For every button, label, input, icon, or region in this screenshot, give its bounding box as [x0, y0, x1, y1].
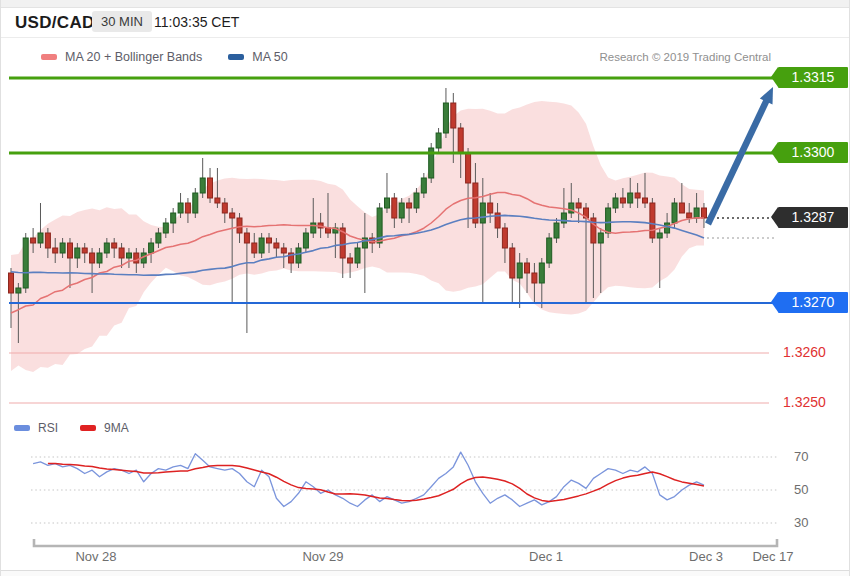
candle-down	[510, 248, 515, 278]
candle-up	[443, 103, 448, 133]
candle-up	[598, 233, 603, 243]
candle-down	[45, 233, 50, 248]
candle-up	[60, 243, 65, 253]
candle-up	[414, 193, 419, 208]
rsi-swatch-icon	[14, 425, 30, 431]
top-strip	[1, 0, 849, 8]
legend-label: MA 20 + Bollinger Bands	[65, 50, 202, 64]
candle-down	[348, 258, 353, 263]
candle-up	[399, 203, 404, 218]
candle-down	[82, 248, 87, 253]
candle-down	[112, 243, 117, 248]
candle-up	[436, 133, 441, 148]
candle-up	[554, 223, 559, 238]
x-axis-bar	[34, 539, 777, 546]
clock-time: 11:03:35 CET	[154, 14, 239, 30]
legend-item-ma20-bollinger: MA 20 + Bollinger Bands	[41, 50, 202, 64]
candle-down	[274, 243, 279, 248]
trading-central-chart-card: USD/CAD 30 MIN 11:03:35 CET MA 20 + Boll…	[0, 0, 850, 576]
candle-down	[407, 203, 412, 208]
candle-up	[259, 238, 264, 253]
candle-down	[458, 128, 463, 153]
candle-up	[296, 248, 301, 263]
candle-down	[119, 248, 124, 258]
ma50-swatch-icon	[228, 54, 244, 60]
candle-down	[208, 178, 213, 198]
candle-up	[149, 243, 154, 253]
candle-down	[53, 248, 58, 253]
candle-down	[9, 273, 14, 293]
rsi-9ma-swatch-icon	[80, 425, 96, 431]
candle-up	[193, 193, 198, 213]
timeframe-badge[interactable]: 30 MIN	[92, 11, 152, 32]
candle-up	[303, 233, 308, 248]
candle-up	[665, 223, 670, 233]
candle-down	[466, 153, 471, 183]
candle-down	[68, 243, 73, 258]
candle-down	[230, 213, 235, 218]
candle-down	[244, 233, 249, 243]
candle-down	[451, 103, 456, 128]
candle-down	[326, 228, 331, 233]
legend-label: RSI	[38, 421, 58, 435]
candle-up	[672, 203, 677, 223]
candle-up	[97, 253, 102, 263]
main-chart-legend: MA 20 + Bollinger Bands MA 50	[41, 50, 314, 64]
candle-down	[90, 253, 95, 263]
candle-up	[75, 248, 80, 258]
candle-down	[392, 198, 397, 218]
legend-label: 9MA	[104, 421, 129, 435]
candle-up	[606, 208, 611, 233]
candle-down	[31, 238, 36, 243]
candle-up	[547, 238, 552, 263]
candle-up	[311, 223, 316, 233]
candle-up	[200, 178, 205, 193]
pair-title: USD/CAD	[15, 13, 95, 33]
candle-up	[127, 253, 132, 258]
candle-down	[502, 228, 507, 248]
rsi-legend: RSI 9MA	[14, 421, 151, 435]
bottom-strip	[1, 570, 849, 576]
ma20-bollinger-swatch-icon	[41, 54, 57, 60]
chart-header: USD/CAD 30 MIN 11:03:35 CET	[1, 8, 849, 38]
header-divider	[1, 37, 850, 38]
legend-item-9ma: 9MA	[80, 421, 129, 435]
candle-up	[694, 208, 699, 218]
candle-up	[657, 233, 662, 238]
candle-down	[702, 208, 707, 218]
candle-up	[480, 203, 485, 223]
candle-up	[16, 288, 21, 293]
rsi-9ma-line	[48, 464, 704, 502]
candle-down	[650, 203, 655, 238]
candle-down	[532, 273, 537, 283]
legend-item-rsi: RSI	[14, 421, 58, 435]
legend-label: MA 50	[252, 50, 287, 64]
research-credit: Research © 2019 Trading Central	[596, 51, 771, 63]
candle-down	[679, 203, 684, 213]
candle-down	[134, 253, 139, 263]
candle-up	[38, 233, 43, 243]
candle-down	[687, 213, 692, 218]
candle-up	[104, 243, 109, 253]
candle-down	[525, 263, 530, 273]
candle-down	[267, 238, 272, 243]
candle-down	[281, 248, 286, 253]
candle-down	[215, 198, 220, 203]
bullish-arrow-shaft	[708, 99, 767, 224]
candle-down	[488, 203, 493, 213]
candle-down	[643, 198, 648, 203]
candle-up	[355, 248, 360, 263]
legend-item-ma50: MA 50	[228, 50, 287, 64]
candle-up	[163, 223, 168, 233]
candle-down	[635, 193, 640, 198]
candle-up	[171, 213, 176, 223]
rsi-line	[33, 452, 704, 506]
candle-down	[576, 203, 581, 208]
candle-up	[517, 263, 522, 278]
candle-down	[222, 203, 227, 213]
candle-up	[628, 193, 633, 203]
price-and-rsi-chart-canvas	[1, 0, 850, 576]
candle-down	[620, 198, 625, 203]
candle-up	[613, 198, 618, 208]
candle-up	[385, 198, 390, 208]
